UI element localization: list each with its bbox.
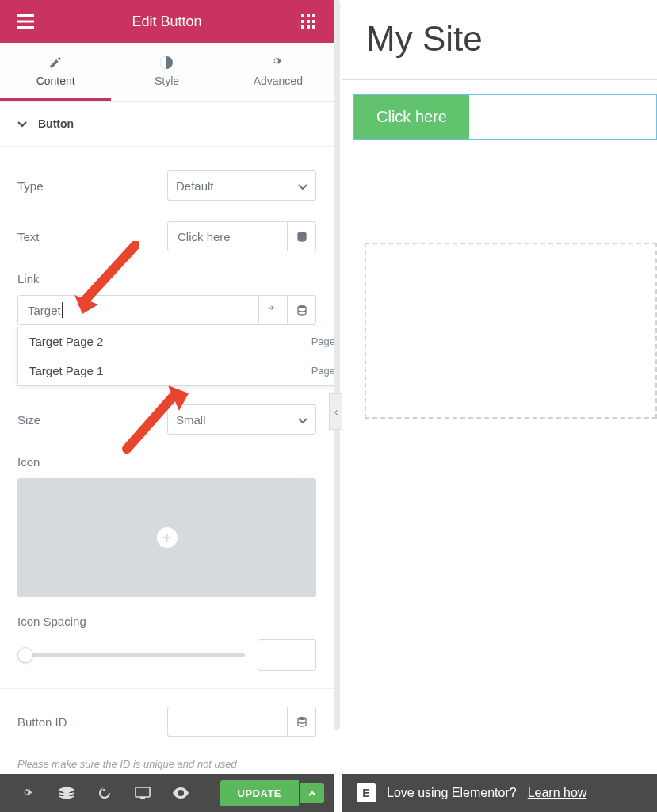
scrollbar[interactable] bbox=[334, 0, 340, 730]
tab-label: Content bbox=[36, 75, 75, 87]
svg-rect-5 bbox=[312, 20, 315, 23]
svg-rect-0 bbox=[301, 14, 304, 17]
slider-track bbox=[17, 653, 245, 657]
promo-link[interactable]: Learn how bbox=[528, 786, 587, 800]
select-value: Small bbox=[176, 413, 206, 427]
svg-rect-13 bbox=[136, 787, 150, 797]
control-icon-spacing: Icon Spacing bbox=[17, 615, 316, 671]
suggestion-type: Page bbox=[311, 365, 334, 377]
panel-tabs: Content Style Advanced bbox=[0, 43, 334, 102]
tab-content[interactable]: Content bbox=[0, 43, 111, 101]
caret-down-icon bbox=[17, 117, 27, 130]
label-link: Link bbox=[17, 272, 316, 285]
svg-rect-8 bbox=[312, 25, 315, 29]
preview-area: My Site Click here ‹ bbox=[342, 0, 657, 774]
control-size: Size Small bbox=[17, 404, 316, 435]
control-button-id: Button ID bbox=[17, 707, 316, 737]
input-text[interactable]: Click here bbox=[167, 221, 288, 251]
input-button-id[interactable] bbox=[167, 707, 288, 737]
history-icon[interactable] bbox=[86, 774, 124, 812]
panel-title: Edit Button bbox=[132, 13, 201, 30]
widget-selection[interactable]: Click here bbox=[353, 94, 657, 140]
label-icon: Icon bbox=[17, 455, 316, 469]
dynamic-tags-icon[interactable] bbox=[288, 221, 316, 251]
section-button-header[interactable]: Button bbox=[0, 102, 334, 147]
responsive-icon[interactable] bbox=[124, 774, 162, 812]
input-link[interactable]: Target bbox=[17, 295, 259, 325]
empty-section-dropzone[interactable] bbox=[365, 243, 657, 419]
label-icon-spacing: Icon Spacing bbox=[17, 615, 316, 628]
autocomplete-item[interactable]: Target Page 1 Page bbox=[18, 356, 334, 385]
editor-panel: Edit Button Content Style Advanced Butto… bbox=[0, 0, 334, 812]
hamburger-menu-icon[interactable] bbox=[13, 9, 38, 34]
panel-header: Edit Button bbox=[0, 0, 334, 43]
control-icon: Icon + bbox=[17, 455, 316, 597]
promo-bar: E Love using Elementor? Learn how bbox=[342, 774, 657, 812]
update-button[interactable]: UPDATE bbox=[220, 780, 299, 806]
collapse-panel-handle[interactable]: ‹ bbox=[329, 393, 342, 430]
button-id-note: Please make sure the ID is unique and no… bbox=[17, 757, 316, 772]
divider bbox=[342, 79, 657, 80]
tab-style[interactable]: Style bbox=[111, 43, 222, 101]
panel-footer: UPDATE bbox=[0, 774, 334, 812]
preview-button[interactable]: Click here bbox=[354, 95, 469, 139]
tab-label: Advanced bbox=[254, 75, 303, 87]
select-value: Default bbox=[176, 179, 214, 193]
link-options-icon[interactable] bbox=[259, 295, 288, 325]
text-cursor bbox=[62, 302, 63, 318]
svg-rect-4 bbox=[307, 20, 310, 23]
icon-picker[interactable]: + bbox=[17, 478, 316, 597]
suggestion-title: Target Page 2 bbox=[29, 335, 103, 348]
slider-icon-spacing[interactable] bbox=[17, 651, 245, 659]
svg-point-12 bbox=[298, 717, 306, 720]
control-type: Type Default bbox=[17, 170, 316, 201]
tab-label: Style bbox=[155, 75, 179, 87]
input-icon-spacing[interactable] bbox=[258, 639, 316, 671]
svg-rect-7 bbox=[307, 25, 310, 29]
plus-icon: + bbox=[157, 527, 178, 548]
chevron-down-icon bbox=[298, 413, 307, 427]
chevron-down-icon bbox=[298, 179, 307, 193]
slider-thumb[interactable] bbox=[17, 647, 33, 663]
label-button-id: Button ID bbox=[17, 715, 67, 729]
control-text: Text Click here bbox=[17, 221, 316, 251]
svg-rect-2 bbox=[312, 14, 315, 17]
suggestion-type: Page bbox=[311, 335, 334, 347]
apps-grid-icon[interactable] bbox=[296, 9, 321, 34]
select-size[interactable]: Small bbox=[167, 404, 316, 435]
dynamic-tags-icon[interactable] bbox=[288, 707, 316, 737]
select-type[interactable]: Default bbox=[167, 170, 316, 201]
label-text: Text bbox=[17, 230, 40, 243]
control-link: Link Target Target Page 2 Page bbox=[17, 272, 316, 325]
tab-advanced[interactable]: Advanced bbox=[223, 43, 334, 101]
elementor-badge-icon: E bbox=[357, 783, 376, 802]
svg-point-11 bbox=[298, 305, 306, 308]
update-options-button[interactable] bbox=[300, 783, 324, 803]
label-size: Size bbox=[17, 413, 40, 427]
dynamic-tags-icon[interactable] bbox=[288, 295, 316, 325]
svg-rect-14 bbox=[140, 797, 145, 799]
svg-rect-3 bbox=[301, 20, 304, 23]
link-autocomplete: Target Page 2 Page Target Page 1 Page bbox=[17, 327, 334, 386]
settings-icon[interactable] bbox=[10, 774, 48, 812]
site-title: My Site bbox=[342, 0, 657, 79]
promo-text: Love using Elementor? bbox=[387, 786, 517, 800]
svg-rect-6 bbox=[301, 25, 304, 29]
navigator-icon[interactable] bbox=[48, 774, 86, 812]
controls-area: Type Default Text Click here Link Target bbox=[0, 147, 334, 774]
svg-rect-1 bbox=[307, 14, 310, 17]
suggestion-title: Target Page 1 bbox=[29, 364, 103, 377]
label-type: Type bbox=[17, 179, 44, 193]
divider bbox=[0, 688, 334, 689]
autocomplete-item[interactable]: Target Page 2 Page bbox=[18, 327, 334, 356]
section-title: Button bbox=[38, 117, 74, 130]
preview-icon[interactable] bbox=[162, 774, 200, 812]
